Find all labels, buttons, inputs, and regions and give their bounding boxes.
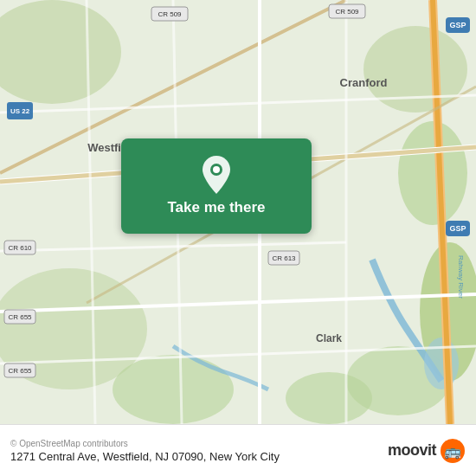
svg-text:GSP: GSP [449, 21, 466, 29]
osm-attribution: © OpenStreetMap contributors [10, 439, 280, 448]
svg-text:CR 655: CR 655 [8, 313, 32, 321]
svg-text:CR 655: CR 655 [8, 367, 32, 375]
bottom-bar: © OpenStreetMap contributors 1271 Centra… [0, 424, 476, 476]
address-section: © OpenStreetMap contributors 1271 Centra… [10, 439, 280, 463]
location-pin-icon [201, 156, 232, 194]
take-me-there-overlay[interactable]: Take me there [121, 138, 312, 234]
svg-point-47 [213, 166, 220, 173]
svg-point-8 [286, 372, 372, 424]
svg-text:CR 610: CR 610 [8, 244, 32, 252]
svg-point-9 [424, 338, 459, 389]
svg-text:US 22: US 22 [10, 107, 30, 115]
take-me-there-button[interactable]: Take me there [167, 199, 265, 216]
svg-text:🚌: 🚌 [444, 443, 461, 460]
svg-text:GSP: GSP [449, 224, 466, 233]
address-text: 1271 Central Ave, Westfield, NJ 07090, N… [10, 450, 280, 463]
svg-text:CR 613: CR 613 [272, 254, 296, 262]
svg-point-7 [113, 355, 234, 424]
svg-text:Cranford: Cranford [340, 76, 388, 89]
svg-text:Rahway River: Rahway River [457, 255, 465, 299]
svg-point-3 [398, 121, 467, 225]
moovit-icon: 🚌 [440, 438, 466, 464]
map-container: GSP GSP CR 509 CR 509 US 22 CR 610 [0, 0, 476, 424]
svg-text:CR 509: CR 509 [335, 8, 359, 16]
svg-text:CR 509: CR 509 [158, 10, 182, 18]
svg-text:Clark: Clark [316, 332, 342, 344]
moovit-text: moovit [388, 441, 436, 460]
moovit-logo: moovit 🚌 [388, 438, 466, 464]
